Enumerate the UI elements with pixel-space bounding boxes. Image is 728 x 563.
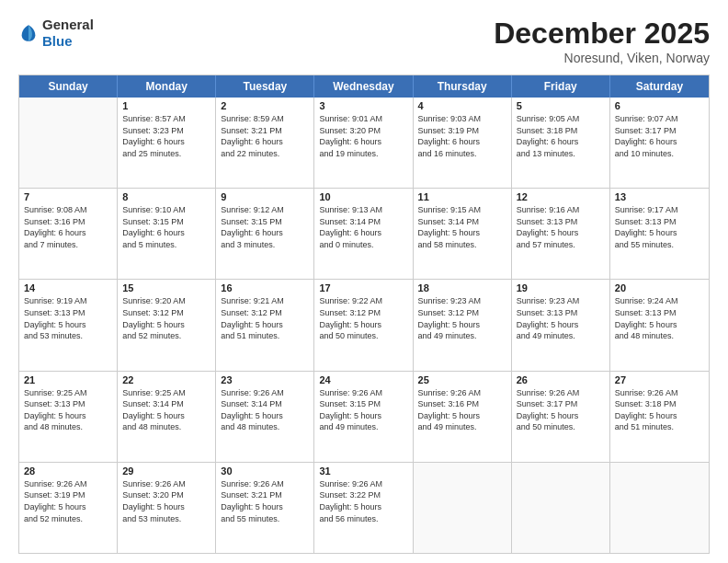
sunset-text: Sunset: 3:19 PM	[24, 489, 112, 501]
sunrise-text: Sunrise: 9:15 AM	[418, 204, 506, 216]
sunrise-text: Sunrise: 9:26 AM	[24, 478, 112, 490]
daylight-text-1: Daylight: 5 hours	[418, 410, 506, 422]
daylight-text-1: Daylight: 5 hours	[517, 319, 605, 331]
day-number: 25	[418, 374, 506, 385]
daylight-text-1: Daylight: 6 hours	[418, 136, 506, 148]
title-block: December 2025 Noresund, Viken, Norway	[494, 17, 710, 65]
daylight-text-1: Daylight: 5 hours	[221, 410, 309, 422]
daylight-text-2: and 0 minutes.	[319, 239, 407, 251]
calendar-body: 1Sunrise: 8:57 AMSunset: 3:23 PMDaylight…	[19, 98, 709, 553]
sunset-text: Sunset: 3:21 PM	[221, 489, 309, 501]
day-number: 13	[615, 191, 704, 202]
day-number: 4	[418, 100, 506, 111]
sunset-text: Sunset: 3:18 PM	[615, 398, 704, 410]
calendar-cell	[512, 463, 610, 553]
day-number: 7	[24, 191, 112, 202]
day-number: 3	[319, 100, 407, 111]
daylight-text-2: and 48 minutes.	[122, 421, 210, 433]
sunrise-text: Sunrise: 9:26 AM	[221, 387, 309, 399]
sunrise-text: Sunrise: 9:23 AM	[418, 295, 506, 307]
calendar-cell: 27Sunrise: 9:26 AMSunset: 3:18 PMDayligh…	[610, 372, 709, 462]
day-number: 18	[418, 282, 506, 293]
daylight-text-2: and 51 minutes.	[221, 330, 309, 342]
sunset-text: Sunset: 3:13 PM	[24, 398, 112, 410]
calendar-cell: 21Sunrise: 9:25 AMSunset: 3:13 PMDayligh…	[19, 372, 118, 462]
sunrise-text: Sunrise: 9:19 AM	[24, 295, 112, 307]
sunrise-text: Sunrise: 9:16 AM	[517, 204, 605, 216]
day-number: 22	[122, 374, 210, 385]
calendar-cell: 24Sunrise: 9:26 AMSunset: 3:15 PMDayligh…	[314, 372, 413, 462]
calendar-cell: 23Sunrise: 9:26 AMSunset: 3:14 PMDayligh…	[216, 372, 314, 462]
daylight-text-2: and 50 minutes.	[319, 330, 407, 342]
calendar-row: 7Sunrise: 9:08 AMSunset: 3:16 PMDaylight…	[19, 188, 709, 279]
sunset-text: Sunset: 3:14 PM	[221, 398, 309, 410]
weekday-header: Tuesday	[216, 75, 314, 98]
calendar-cell: 2Sunrise: 8:59 AMSunset: 3:21 PMDaylight…	[216, 98, 314, 188]
day-number: 20	[615, 282, 704, 293]
sunrise-text: Sunrise: 9:10 AM	[122, 204, 210, 216]
calendar-row: 14Sunrise: 9:19 AMSunset: 3:13 PMDayligh…	[19, 279, 709, 370]
weekday-header: Sunday	[19, 75, 118, 98]
sunrise-text: Sunrise: 9:01 AM	[319, 113, 407, 125]
calendar-header: SundayMondayTuesdayWednesdayThursdayFrid…	[19, 75, 709, 98]
daylight-text-2: and 3 minutes.	[221, 239, 309, 251]
daylight-text-2: and 58 minutes.	[418, 239, 506, 251]
calendar-cell: 30Sunrise: 9:26 AMSunset: 3:21 PMDayligh…	[216, 463, 314, 553]
daylight-text-1: Daylight: 6 hours	[122, 136, 210, 148]
sunrise-text: Sunrise: 8:57 AM	[122, 113, 210, 125]
daylight-text-1: Daylight: 6 hours	[319, 227, 407, 239]
daylight-text-2: and 52 minutes.	[24, 513, 112, 525]
daylight-text-2: and 19 minutes.	[319, 148, 407, 160]
sunset-text: Sunset: 3:17 PM	[517, 398, 605, 410]
sunrise-text: Sunrise: 9:26 AM	[319, 387, 407, 399]
day-number: 16	[221, 282, 309, 293]
logo-text: General Blue	[42, 17, 94, 50]
calendar-cell: 19Sunrise: 9:23 AMSunset: 3:13 PMDayligh…	[512, 280, 610, 370]
daylight-text-2: and 48 minutes.	[615, 330, 704, 342]
day-number: 26	[517, 374, 605, 385]
day-number: 30	[221, 465, 309, 477]
calendar-cell: 9Sunrise: 9:12 AMSunset: 3:15 PMDaylight…	[216, 189, 314, 279]
daylight-text-2: and 5 minutes.	[122, 239, 210, 251]
daylight-text-2: and 7 minutes.	[24, 239, 112, 251]
daylight-text-2: and 49 minutes.	[418, 330, 506, 342]
daylight-text-2: and 52 minutes.	[122, 330, 210, 342]
sunset-text: Sunset: 3:12 PM	[319, 307, 407, 319]
calendar-row: 1Sunrise: 8:57 AMSunset: 3:23 PMDaylight…	[19, 98, 709, 188]
sunset-text: Sunset: 3:13 PM	[615, 216, 704, 228]
daylight-text-2: and 48 minutes.	[24, 421, 112, 433]
day-number: 14	[24, 282, 112, 293]
sunrise-text: Sunrise: 9:26 AM	[517, 387, 605, 399]
daylight-text-1: Daylight: 6 hours	[221, 136, 309, 148]
daylight-text-2: and 55 minutes.	[615, 239, 704, 251]
daylight-text-2: and 49 minutes.	[418, 421, 506, 433]
day-number: 1	[122, 100, 210, 111]
daylight-text-1: Daylight: 5 hours	[24, 319, 112, 331]
day-number: 15	[122, 282, 210, 293]
calendar-cell: 16Sunrise: 9:21 AMSunset: 3:12 PMDayligh…	[216, 280, 314, 370]
sunrise-text: Sunrise: 9:26 AM	[122, 478, 210, 490]
day-number: 6	[615, 100, 704, 111]
sunrise-text: Sunrise: 9:22 AM	[319, 295, 407, 307]
sunrise-text: Sunrise: 9:25 AM	[122, 387, 210, 399]
calendar-row: 21Sunrise: 9:25 AMSunset: 3:13 PMDayligh…	[19, 371, 709, 462]
logo: General Blue	[18, 17, 94, 50]
daylight-text-2: and 57 minutes.	[517, 239, 605, 251]
sunset-text: Sunset: 3:14 PM	[122, 398, 210, 410]
calendar-cell: 25Sunrise: 9:26 AMSunset: 3:16 PMDayligh…	[414, 372, 512, 462]
sunset-text: Sunset: 3:16 PM	[418, 398, 506, 410]
daylight-text-2: and 48 minutes.	[221, 421, 309, 433]
daylight-text-1: Daylight: 5 hours	[517, 410, 605, 422]
daylight-text-1: Daylight: 5 hours	[418, 319, 506, 331]
calendar-cell: 18Sunrise: 9:23 AMSunset: 3:12 PMDayligh…	[414, 280, 512, 370]
sunrise-text: Sunrise: 9:20 AM	[122, 295, 210, 307]
daylight-text-1: Daylight: 5 hours	[615, 410, 704, 422]
calendar-cell: 7Sunrise: 9:08 AMSunset: 3:16 PMDaylight…	[19, 189, 118, 279]
day-number: 28	[24, 465, 112, 477]
daylight-text-2: and 49 minutes.	[517, 330, 605, 342]
sunset-text: Sunset: 3:18 PM	[517, 125, 605, 137]
daylight-text-2: and 10 minutes.	[615, 148, 704, 160]
sunrise-text: Sunrise: 9:26 AM	[418, 387, 506, 399]
daylight-text-1: Daylight: 5 hours	[221, 501, 309, 513]
calendar: SundayMondayTuesdayWednesdayThursdayFrid…	[18, 75, 710, 554]
